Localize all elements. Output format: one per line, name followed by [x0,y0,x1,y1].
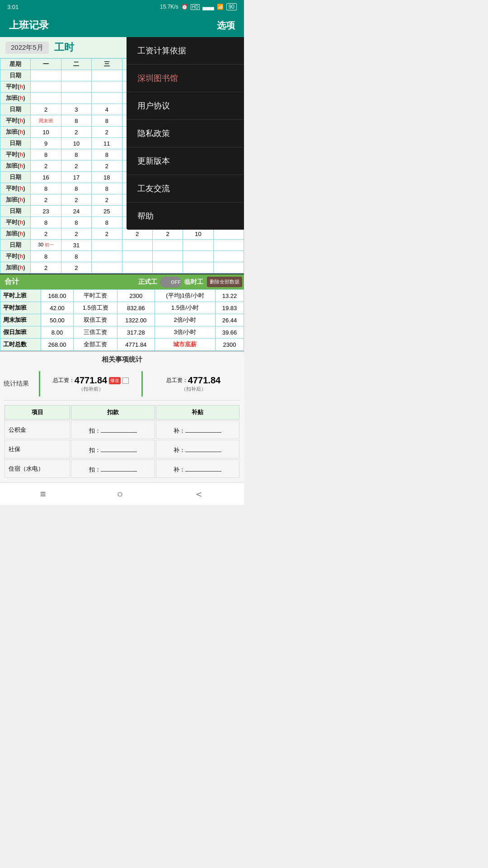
toggle-switch[interactable]: OFF [160,277,182,288]
stat-label: 平时上班 [0,290,41,302]
wage-label: 平时工资 [74,290,117,302]
menu-item-privacy-policy[interactable]: 隐私政策 [127,120,244,147]
overtime-cell [183,262,213,274]
rate-label: 1.5倍/小时 [155,302,215,314]
menu-item-shenzhen-library[interactable]: 深圳图书馆 [127,65,244,92]
app-title: 上班记录 [9,19,49,32]
weekday-label: 星期 [0,59,31,70]
menu-item-wage-basis[interactable]: 工资计算依据 [127,37,244,65]
subsidy-input[interactable] [185,444,221,452]
green-divider [39,371,40,396]
table-row: 公积金 扣： 补： [5,420,239,439]
date-label: 日期 [0,240,31,251]
overtime-cell: 2 [61,127,91,138]
wage-value: 4771.84 [117,339,155,351]
menu-item-update-version[interactable]: 更新版本 [127,147,244,175]
deduct-field: 扣： [71,420,155,439]
item-name: 社保 [5,440,70,458]
date-cell [152,240,183,251]
overtime-cell: 2 [31,194,61,206]
date-cell [122,240,152,251]
date-cell: 23 [31,206,61,217]
stats-table: 平时上班 168.00 平时工资 2300 (平均)1倍/小时 13.22 平时… [0,289,244,351]
related-stats: 相关事项统计 统计结果 总工资： 4771.84 修改 （扣补前） 总工资： 4… [0,351,244,482]
regular-cell [183,251,213,262]
table-row: 假日加班 8.00 三倍工资 317.28 3倍/小时 39.66 [0,326,244,339]
overtime-cell: 2 [122,228,152,240]
weekday-wed: 三 [92,59,122,70]
regular-label: 平时(h) [0,217,31,228]
modify-badge[interactable]: 修改 [109,377,121,384]
regular-cell [92,81,122,93]
temp-worker-label: 临时工 [184,278,203,286]
regular-cell [92,251,122,262]
stat-value: 50.00 [41,314,74,326]
rate-value: 19.83 [216,302,244,314]
overtime-cell: 2 [61,160,91,172]
back-nav-button[interactable]: ＜ [194,487,204,501]
stat-value: 168.00 [41,290,74,302]
stat-label: 平时加班 [0,302,41,314]
deduct-input[interactable] [101,463,137,472]
regular-cell [213,251,244,262]
deduct-input[interactable] [101,444,137,452]
date-cell: 18 [92,172,122,183]
wage-label: 三倍工资 [74,326,117,339]
stat-label: 假日加班 [0,326,41,339]
item-header: 项目 [5,405,70,420]
wage-value: 317.28 [117,326,155,339]
home-nav-button[interactable]: ○ [117,488,123,500]
deduct-input[interactable] [101,425,137,433]
date-label: 日期 [0,206,31,217]
toggle-off-label: OFF [171,279,181,285]
stat-label: 周末加班 [0,314,41,326]
overtime-cell: 2 [92,160,122,172]
regular-cell: 8 [61,149,91,160]
menu-nav-button[interactable]: ≡ [40,488,46,500]
overtime-cell: 2 [61,262,91,274]
regular-label: 平时(h) [0,115,31,127]
wage-value: 832.86 [117,302,155,314]
modify-checkbox[interactable] [122,377,129,384]
app-bar: 上班记录 选项 [0,14,244,37]
menu-item-worker-exchange[interactable]: 工友交流 [127,175,244,203]
subsidy-input[interactable] [185,425,221,433]
after-wage-box: 总工资： 4771.84 （扣补后） [146,375,240,392]
regular-cell: 8 [31,183,61,194]
overtime-label: 加班(h) [0,262,31,274]
wage-label: 全部工资 [74,339,117,351]
menu-item-help[interactable]: 帮助 [127,203,244,230]
hd-icon: HD [191,4,200,10]
subsidy-field: 补： [156,440,239,458]
before-wage-prefix: 总工资： [53,377,75,384]
table-row: 周末加班 50.00 双倍工资 1322.00 2倍/小时 26.44 [0,314,244,326]
options-button[interactable]: 选项 [217,19,235,32]
subsidy-input[interactable] [185,463,221,472]
date-cell: 17 [61,172,91,183]
status-time: 3:01 [7,4,19,10]
overtime-cell [152,262,183,274]
overtime-cell [213,228,244,240]
overtime-cell [122,262,152,274]
before-wage-box: 总工资： 4771.84 修改 （扣补前） [44,375,138,392]
after-sub-label: （扣补后） [181,386,206,392]
regular-cell [152,251,183,262]
overtime-cell: 2 [61,194,91,206]
overtime-cell: 2 [31,262,61,274]
wage-label: 双倍工资 [74,314,117,326]
date-cell: 30 初一 [31,240,61,251]
menu-item-user-agreement[interactable]: 用户协议 [127,92,244,120]
regular-cell [31,81,61,93]
rate-value: 26.44 [216,314,244,326]
rate-value: 13.22 [216,290,244,302]
month-badge[interactable]: 2022年5月 [5,42,49,54]
subsidy-header: 补贴 [156,405,239,420]
deduct-field: 扣： [71,440,155,458]
date-cell: 2 [31,104,61,115]
table-row: 社保 扣： 补： [5,440,239,458]
date-cell [92,240,122,251]
delete-all-button[interactable]: 删除全部数据 [207,277,242,287]
bottom-nav: ≡ ○ ＜ [0,482,244,505]
dropdown-menu: 工资计算依据 深圳图书馆 用户协议 隐私政策 更新版本 工友交流 帮助 [127,37,244,230]
rate-value: 39.66 [216,326,244,339]
